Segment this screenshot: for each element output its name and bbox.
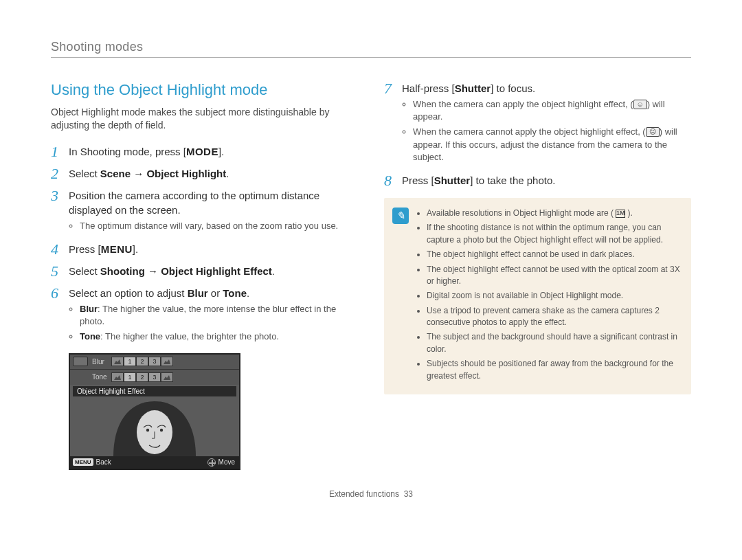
step-number: 5: [51, 264, 69, 279]
back-chip: MENU: [73, 458, 93, 466]
step-number: 7: [384, 81, 402, 96]
back-label: Back: [96, 458, 111, 466]
blur-preview-low-icon: [111, 357, 124, 366]
tone-preview-high-icon: [161, 372, 173, 382]
chapter-heading: Shooting modes: [51, 40, 691, 58]
note-item: The subject and the background should ha…: [427, 331, 682, 355]
menu-button-label: MENU: [101, 243, 133, 255]
tone-tick-2: 2: [136, 372, 148, 382]
note-item: Subjects should be positioned far away f…: [427, 358, 682, 382]
dpad-icon: [207, 458, 216, 467]
step-6-blur-def: Blur: The higher the value, the more int…: [80, 303, 358, 328]
right-column: 7 Half-press [Shutter] to focus. When th…: [384, 81, 691, 470]
note-item: Available resolutions in Object Highligh…: [427, 208, 682, 219]
step-6: Select an option to adjust Blur or Tone.…: [69, 286, 358, 346]
blur-row-label: Blur: [92, 358, 110, 366]
step-1: In Shooting mode, press [MODE].: [69, 144, 358, 159]
tone-slider: 1 2 3: [111, 372, 173, 382]
step-3-sub: The optimum distance will vary, based on…: [80, 220, 358, 232]
note-box: ✎ Available resolutions in Object Highli…: [384, 198, 691, 394]
effect-overlay-label: Object Highlight Effect: [73, 386, 236, 396]
mode-button-label: MODE: [186, 146, 218, 157]
note-item: If the shooting distance is not within t…: [427, 222, 682, 246]
step-5: Select Shooting → Object Highlight Effec…: [69, 264, 358, 278]
note-item: Use a tripod to prevent camera shake as …: [427, 305, 682, 329]
resolution-1m-icon: 1M: [616, 210, 625, 218]
step-number: 2: [51, 166, 69, 181]
blur-tick-1: 1: [124, 357, 136, 366]
tone-row-label: Tone: [92, 373, 110, 381]
move-label: Move: [218, 458, 235, 466]
blur-tick-2: 2: [136, 357, 148, 366]
note-icon: ✎: [392, 208, 409, 224]
mode-chip-icon: [73, 357, 88, 366]
step-6-tone-def: Tone: The higher the value, the brighter…: [80, 331, 358, 343]
svg-point-1: [146, 428, 149, 431]
blur-tick-3: 3: [148, 357, 161, 366]
section-intro: Object Highlight mode makes the subject …: [51, 106, 358, 132]
note-item: The object highlight effect cannot be us…: [427, 264, 682, 288]
svg-point-2: [160, 428, 163, 431]
step-2: Select Scene → Object Highlight.: [69, 166, 358, 181]
highlight-ok-icon: ☺: [633, 100, 647, 109]
section-title: Using the Object Highlight mode: [51, 81, 358, 99]
step-7: Half-press [Shutter] to focus. When the …: [402, 81, 691, 166]
camera-screen-illustration: Blur 1 2 3 Tone 1 2: [69, 353, 240, 470]
step-7-sub-fail: When the camera cannot apply the object …: [413, 126, 691, 164]
step-number: 1: [51, 144, 69, 159]
tone-tick-1: 1: [124, 372, 136, 382]
step-3: Position the camera according to the opt…: [69, 188, 358, 235]
blur-preview-high-icon: [161, 357, 173, 366]
step-4: Press [MENU].: [69, 242, 358, 256]
tone-preview-low-icon: [111, 372, 124, 382]
step-number: 8: [384, 173, 402, 188]
left-column: Using the Object Highlight mode Object H…: [51, 81, 358, 470]
step-number: 6: [51, 286, 69, 301]
highlight-fail-icon: ☹: [646, 127, 660, 137]
note-item: The object highlight effect cannot be us…: [427, 249, 682, 260]
step-number: 4: [51, 242, 69, 257]
step-number: 3: [51, 188, 69, 203]
step-7-sub-ok: When the camera can apply the object hig…: [413, 98, 691, 123]
blur-slider: 1 2 3: [111, 357, 173, 366]
page-footer: Extended functions 33: [51, 489, 691, 499]
note-item: Digital zoom is not available in Object …: [427, 290, 682, 302]
tone-tick-3: 3: [148, 372, 161, 382]
camera-preview: [70, 398, 239, 456]
step-8: Press [Shutter] to take the photo.: [402, 173, 691, 188]
